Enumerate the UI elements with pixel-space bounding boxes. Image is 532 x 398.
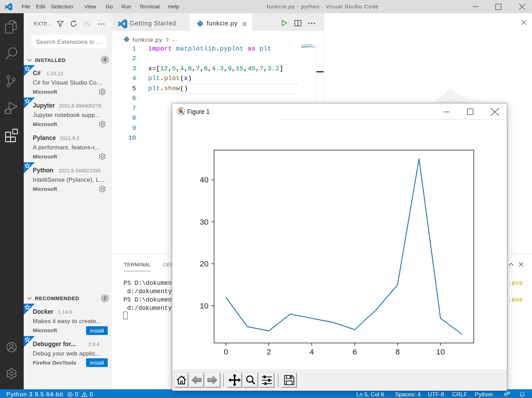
- svg-text:40: 40: [200, 175, 208, 184]
- svg-text:20: 20: [200, 259, 208, 268]
- svg-text:2: 2: [267, 348, 271, 356]
- svg-text:10: 10: [200, 302, 208, 310]
- svg-text:6: 6: [352, 348, 357, 356]
- svg-text:10: 10: [436, 348, 445, 356]
- svg-text:0: 0: [224, 348, 228, 356]
- svg-text:30: 30: [200, 218, 208, 226]
- svg-text:4: 4: [310, 348, 314, 356]
- svg-text:8: 8: [395, 348, 400, 356]
